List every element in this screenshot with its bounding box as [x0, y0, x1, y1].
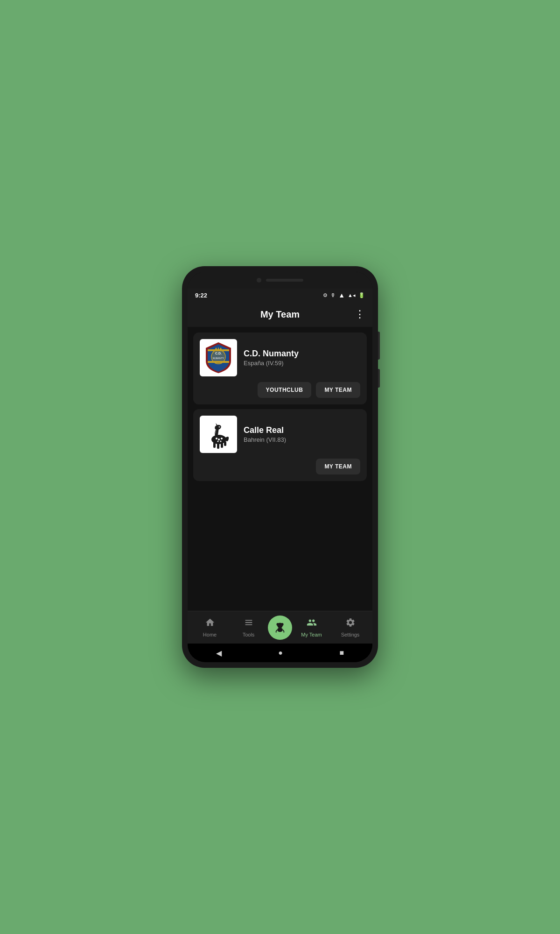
more-options-icon[interactable]: ⋮: [355, 308, 365, 320]
team-card-top-cr: Calle Real Bahrein (VII.83): [200, 416, 360, 453]
team-logo-callereal: [200, 416, 237, 453]
svg-point-21: [276, 623, 279, 626]
svg-point-22: [281, 623, 284, 626]
myteam-nav-label: My Team: [301, 632, 322, 637]
youthclub-button[interactable]: YOUTHCLUB: [258, 382, 312, 398]
svg-rect-11: [221, 442, 223, 448]
home-label: Home: [203, 632, 217, 637]
nav-center-fab[interactable]: [268, 616, 292, 640]
svg-point-19: [219, 426, 220, 427]
status-time: 9:22: [195, 292, 207, 299]
nav-myteam[interactable]: My Team: [292, 617, 331, 637]
back-button[interactable]: ◀: [216, 649, 222, 658]
android-nav: ◀ ● ■: [188, 644, 372, 662]
svg-point-23: [277, 628, 283, 632]
tools-icon: [244, 617, 254, 630]
content-area: C.D. NUMANTY C.D. Numanty España (IV.59): [188, 327, 372, 611]
camera: [257, 278, 261, 283]
svg-point-16: [217, 441, 219, 442]
svg-point-14: [218, 439, 220, 440]
myteam-icon: [307, 617, 317, 630]
speaker: [266, 279, 303, 282]
team-buttons-numanty: YOUTHCLUB MY TEAM: [200, 382, 360, 398]
app-bar: My Team ⋮: [188, 302, 372, 327]
bottom-nav: Home Tools: [188, 611, 372, 644]
team-country-numanty: España (IV.59): [244, 360, 360, 367]
team-buttons-callereal: MY TEAM: [200, 459, 360, 474]
settings-icon: ⚙: [323, 292, 328, 298]
team-info-callereal: Calle Real Bahrein (VII.83): [244, 425, 360, 443]
tools-label: Tools: [243, 632, 255, 637]
home-icon: [205, 617, 215, 630]
svg-point-17: [220, 441, 222, 442]
nav-home[interactable]: Home: [190, 617, 229, 637]
team-country-callereal: Bahrein (VII.83): [244, 436, 360, 443]
status-bar: 9:22 ⚙ 🎙 ▲ ▲◂ 🔋: [188, 289, 372, 302]
team-logo-numanty: C.D. NUMANTY: [200, 339, 237, 376]
nav-settings[interactable]: Settings: [331, 617, 370, 637]
myteam-button-numanty[interactable]: MY TEAM: [316, 382, 360, 398]
wifi-icon: ▲: [338, 291, 345, 299]
status-icons: ⚙ 🎙 ▲ ▲◂ 🔋: [323, 291, 365, 299]
settings-nav-label: Settings: [341, 632, 360, 637]
battery-icon: 🔋: [358, 292, 365, 298]
settings-nav-icon: [345, 617, 356, 630]
app-bar-title: My Team: [260, 309, 300, 320]
svg-rect-12: [224, 441, 226, 446]
mic-icon: 🎙: [330, 292, 336, 298]
myteam-button-callereal[interactable]: MY TEAM: [316, 459, 360, 474]
home-button[interactable]: ●: [278, 649, 283, 657]
svg-text:C.D.: C.D.: [215, 352, 222, 355]
nav-tools[interactable]: Tools: [229, 617, 268, 637]
svg-point-15: [221, 438, 223, 439]
recent-button[interactable]: ■: [340, 649, 344, 657]
team-card-top: C.D. NUMANTY C.D. Numanty España (IV.59): [200, 339, 360, 376]
signal-icon: ▲◂: [348, 292, 356, 298]
team-name-numanty: C.D. Numanty: [244, 349, 360, 359]
svg-text:NUMANTY: NUMANTY: [213, 357, 224, 360]
svg-point-13: [216, 438, 217, 439]
team-name-callereal: Calle Real: [244, 425, 360, 435]
svg-rect-10: [217, 442, 219, 449]
team-card-callereal: Calle Real Bahrein (VII.83) MY TEAM: [193, 409, 367, 481]
team-info-numanty: C.D. Numanty España (IV.59): [244, 349, 360, 367]
team-card-numanty: C.D. NUMANTY C.D. Numanty España (IV.59): [193, 333, 367, 404]
svg-rect-9: [213, 442, 216, 448]
phone-top-bar: [188, 272, 372, 289]
